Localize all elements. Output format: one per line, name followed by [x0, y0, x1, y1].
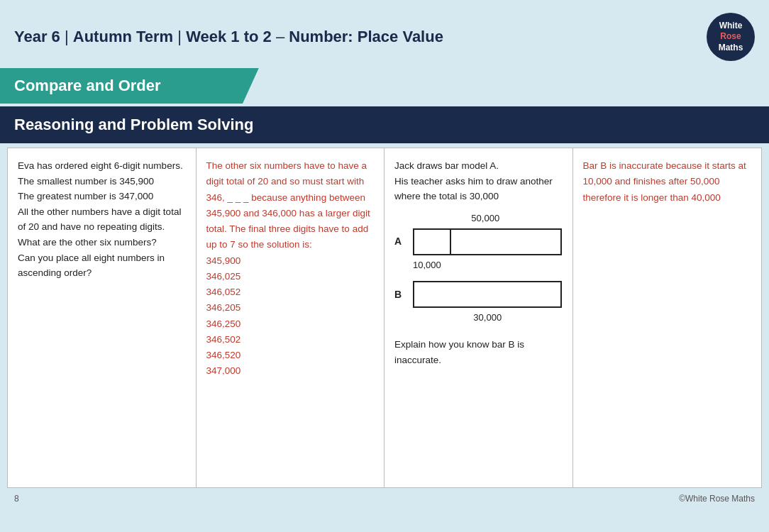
section2-bar: Reasoning and Problem Solving — [0, 106, 769, 143]
col1-p5: What are the other six numbers? — [18, 235, 186, 250]
section1-bar: Compare and Order — [0, 68, 270, 104]
bar-a-inner — [414, 230, 451, 254]
footer: 8 ©White Rose Maths — [0, 491, 769, 506]
solution-item: 346,250 — [206, 316, 375, 332]
solution-item: 347,000 — [206, 363, 375, 379]
bar-a-row: A — [394, 228, 563, 255]
bar-b-row: B — [394, 281, 563, 308]
bar-a-bottom-label: 10,000 — [413, 258, 563, 273]
bar-a-outer — [413, 228, 562, 255]
bar-a-rest — [451, 230, 560, 254]
content-grid: Eva has ordered eight 6-digit numbers. T… — [7, 148, 762, 488]
copyright: ©White Rose Maths — [679, 494, 755, 504]
bar-b-letter: B — [394, 287, 410, 302]
col1-p3: The greatest number is 347,000 — [18, 189, 186, 204]
solution-item: 346,205 — [206, 300, 375, 316]
page-title: Year 6 | Autumn Term | Week 1 to 2 – Num… — [14, 28, 443, 46]
col3-p2: His teacher asks him to draw another whe… — [394, 174, 563, 204]
logo: White Rose Maths — [707, 13, 755, 61]
col1-p1: Eva has ordered eight 6-digit numbers. — [18, 158, 186, 174]
col4-answer-text: Bar B is inaccurate because it starts at… — [583, 158, 752, 206]
bar-model-area: 50,000 A 10,000 B 30,000 — [394, 211, 563, 326]
page-number: 8 — [14, 494, 19, 504]
col2-answer-text: The other six numbers have to have a dig… — [206, 158, 375, 253]
bar-b-outer — [413, 281, 562, 308]
solution-item: 346,052 — [206, 284, 375, 300]
col3-p3: Explain how you know bar B is inaccurate… — [394, 337, 563, 367]
col2-answer: The other six numbers have to have a dig… — [197, 148, 385, 487]
section2-title: Reasoning and Problem Solving — [14, 116, 253, 133]
col1-p4: All the other numbers have a digit total… — [18, 204, 186, 235]
col3-barmodel: Jack draws bar model A. His teacher asks… — [384, 148, 573, 487]
header: Year 6 | Autumn Term | Week 1 to 2 – Num… — [0, 0, 769, 68]
col1-p6: Can you place all eight numbers in ascen… — [18, 250, 186, 281]
solution-item: 346,025 — [206, 269, 375, 284]
col1-question: Eva has ordered eight 6-digit numbers. T… — [8, 148, 197, 487]
col2-solutions: 345,900346,025346,052346,205346,250346,5… — [206, 253, 375, 379]
solution-item: 346,520 — [206, 348, 375, 363]
col4-answer: Bar B is inaccurate because it starts at… — [573, 148, 762, 487]
bar-a-top-label: 50,000 — [409, 211, 563, 226]
section1-bar-wrapper: Compare and Order — [0, 68, 769, 106]
bar-a-letter: A — [394, 233, 410, 249]
col1-p2: The smallest number is 345,900 — [18, 174, 186, 189]
col3-p1: Jack draws bar model A. — [394, 158, 563, 174]
section1-title: Compare and Order — [14, 77, 161, 94]
bar-b-bottom-label: 30,000 — [413, 311, 563, 326]
solution-item: 345,900 — [206, 253, 375, 269]
solution-item: 346,502 — [206, 332, 375, 348]
